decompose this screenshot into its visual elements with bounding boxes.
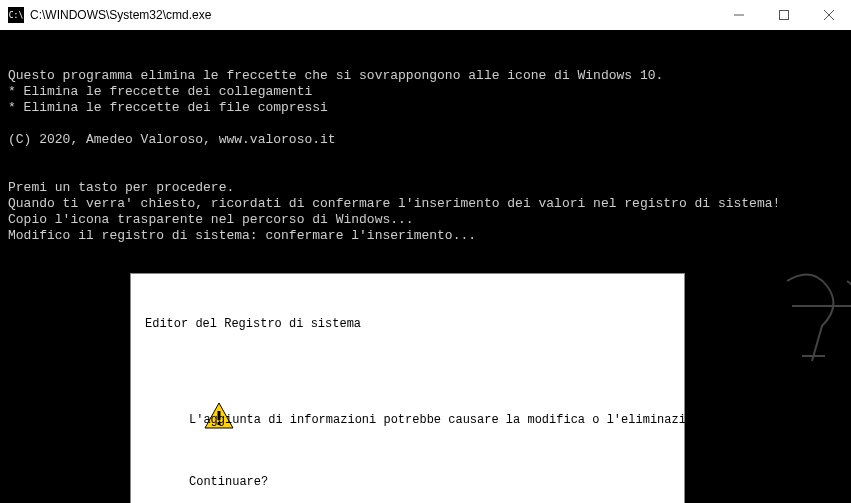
window-titlebar: C:\ C:\WINDOWS\System32\cmd.exe: [0, 0, 851, 30]
close-button[interactable]: [806, 0, 851, 30]
console-line: * Elimina le freccette dei collegamenti: [8, 84, 312, 99]
cmd-icon: C:\: [8, 7, 24, 23]
watermark-logo: [736, 245, 836, 365]
console-line: (C) 2020, Amedeo Valoroso, www.valoroso.…: [8, 132, 336, 147]
console-line: Premi un tasto per procedere.: [8, 180, 234, 195]
svg-rect-1: [779, 11, 788, 20]
console-line: Quando ti verra' chiesto, ricordati di c…: [8, 196, 780, 211]
dialog-body: L'aggiunta di informazioni potrebbe caus…: [131, 372, 684, 503]
console-line: * Elimina le freccette dei file compress…: [8, 100, 328, 115]
console-line: Questo programma elimina le freccette ch…: [8, 68, 663, 83]
maximize-button[interactable]: [761, 0, 806, 30]
console-line: Copio l'icona trasparente nel percorso d…: [8, 212, 414, 227]
console-line: Modifico il registro di sistema: conferm…: [8, 228, 476, 243]
registry-editor-dialog: Editor del Registro di sistema L'aggiunt…: [130, 273, 685, 503]
dialog-message: L'aggiunta di informazioni potrebbe caus…: [189, 412, 851, 428]
minimize-button[interactable]: [716, 0, 761, 30]
dialog-text: L'aggiunta di informazioni potrebbe caus…: [189, 380, 851, 503]
window-title: C:\WINDOWS\System32\cmd.exe: [30, 8, 716, 22]
dialog-title: Editor del Registro di sistema: [131, 306, 684, 340]
dialog-question: Continuare?: [189, 474, 851, 490]
window-controls: [716, 0, 851, 30]
warning-icon: [145, 384, 177, 416]
console-output: Questo programma elimina le freccette ch…: [0, 30, 851, 503]
